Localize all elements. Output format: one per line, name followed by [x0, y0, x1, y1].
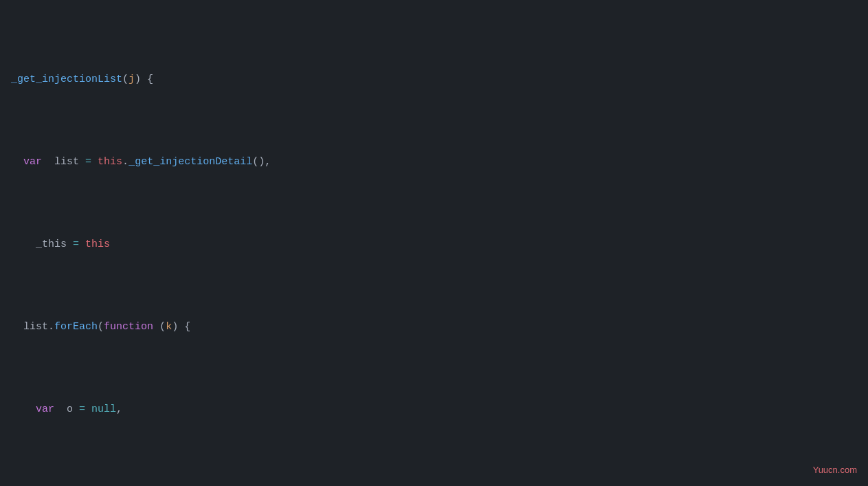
code-line-4: list.forEach(function (k) { — [11, 319, 857, 335]
watermark: Yuucn.com — [813, 463, 857, 478]
code-line-2: var list = this._get_injectionDetail(), — [11, 154, 857, 170]
code-block: _get_injectionList(j) { var list = this.… — [0, 0, 868, 486]
code-line-5: var o = null, — [11, 401, 857, 418]
code-line-3: _this = this — [11, 236, 857, 253]
code-line-1: _get_injectionList(j) { — [11, 71, 857, 88]
